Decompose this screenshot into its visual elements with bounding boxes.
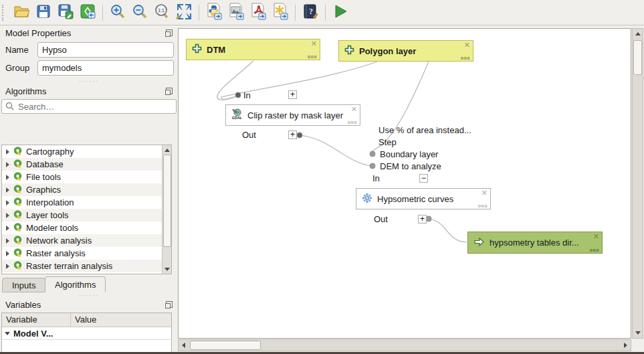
open-model-button[interactable] [11, 3, 31, 23]
socket-hypso-out[interactable] [426, 216, 431, 222]
zoom-full-button[interactable] [174, 3, 194, 23]
help-book-icon: ? [302, 3, 318, 21]
zoom-actual-size-button[interactable]: 1:1 [152, 3, 172, 23]
expand-icon[interactable] [6, 264, 9, 269]
algo-category-interpolation[interactable]: Interpolation [2, 196, 163, 209]
scroll-left-arrow[interactable] [179, 341, 189, 351]
category-label: Cartography [26, 147, 74, 157]
remove-node-icon[interactable]: ✕ [311, 40, 317, 48]
run-model-button[interactable] [330, 3, 350, 23]
algo-category-file-tools[interactable]: File tools [2, 171, 163, 183]
node-dtm[interactable]: DTM ✕ ooo [186, 39, 320, 60]
image-export-icon [227, 3, 245, 22]
algo-category-raster-analysis[interactable]: Raster analysis [2, 247, 163, 260]
node-options-dots-icon[interactable]: ooo [478, 203, 488, 209]
column-header-variable[interactable]: Variable [2, 313, 71, 327]
algo-category-database[interactable]: Database [2, 158, 163, 171]
zoom-in-button[interactable] [108, 3, 128, 23]
left-dock-area: Model Properties Name Group ······ Algor… [0, 25, 178, 354]
save-model-in-project-button[interactable] [78, 3, 98, 23]
node-title: Hypsometric curves [377, 194, 453, 204]
remove-node-icon[interactable]: ✕ [481, 189, 488, 197]
model-name-input[interactable] [37, 42, 174, 58]
panel-splitter-handle[interactable]: ······ [0, 78, 178, 84]
algo-category-cartography[interactable]: Cartography [2, 145, 163, 158]
canvas-horizontal-scrollbar[interactable] [178, 339, 631, 351]
export-as-pdf-button[interactable] [248, 3, 268, 23]
float-panel-icon[interactable] [165, 301, 173, 308]
socket-clip-in[interactable] [235, 92, 241, 98]
socket-clip-out[interactable] [297, 132, 302, 138]
algo-category-graphics[interactable]: Graphics [2, 183, 163, 196]
node-options-dots-icon[interactable]: ooo [348, 120, 357, 125]
scrollbar-thumb[interactable] [163, 155, 171, 247]
help-button[interactable]: ? [300, 3, 320, 23]
expand-icon[interactable] [6, 213, 9, 218]
save-model-as-button[interactable] [56, 3, 76, 23]
tab-inputs[interactable]: Inputs [2, 278, 45, 292]
model-group-input[interactable] [37, 60, 174, 76]
export-as-svg-button[interactable] [270, 3, 290, 23]
algo-category-raster-terrain-analysis[interactable]: Raster terrain analysis [2, 260, 163, 272]
expand-icon[interactable] [6, 187, 9, 193]
qgis-provider-icon [13, 197, 23, 209]
float-panel-icon[interactable] [165, 29, 173, 37]
expand-icon[interactable] [6, 251, 9, 256]
node-options-dots-icon[interactable]: ooo [308, 54, 317, 60]
zoom-out-button[interactable] [130, 3, 150, 23]
algo-category-layer-tools[interactable]: Layer tools [2, 209, 163, 222]
toolbar-separator [295, 5, 296, 21]
socket-dem-to-analyze[interactable] [370, 163, 375, 169]
scrollbar-thumb[interactable] [190, 341, 261, 350]
hypso-in-collapse-button[interactable]: − [419, 174, 428, 183]
connection-edges [179, 29, 631, 339]
collapse-icon[interactable] [5, 332, 10, 335]
expand-icon[interactable] [6, 226, 9, 231]
expand-icon[interactable] [6, 149, 9, 155]
scroll-down-arrow[interactable] [633, 328, 643, 338]
category-label: File tools [26, 172, 61, 182]
expand-icon[interactable] [6, 200, 9, 205]
remove-node-icon[interactable]: ✕ [464, 41, 470, 49]
column-header-value[interactable]: Value [71, 313, 100, 327]
tab-label: Algorithms [55, 280, 96, 290]
remove-node-icon[interactable]: ✕ [351, 106, 357, 113]
node-options-dots-icon[interactable]: ooo [461, 56, 470, 61]
algorithm-search-input[interactable] [1, 99, 177, 114]
float-panel-icon[interactable] [165, 88, 173, 95]
scroll-up-arrow[interactable] [163, 145, 171, 155]
expand-icon[interactable] [6, 238, 9, 244]
export-as-image-button[interactable] [226, 3, 246, 23]
scrollbar-thumb[interactable] [633, 40, 642, 75]
expand-icon[interactable] [6, 175, 9, 180]
python-export-icon [205, 3, 223, 22]
scroll-up-arrow[interactable] [633, 29, 643, 39]
save-model-button[interactable] [33, 3, 53, 23]
model-canvas[interactable]: DTM ✕ ooo Polygon layer ✕ ooo In + GDAL … [178, 28, 631, 339]
node-title: hypsometry tables dir... [490, 238, 579, 248]
expand-icon[interactable] [6, 162, 9, 167]
variables-group-row[interactable]: Model V... [2, 327, 171, 340]
toolbar: 1:1 ? [0, 0, 644, 25]
node-polygon-layer[interactable]: Polygon layer ✕ ooo [338, 40, 473, 62]
algo-category-network-analysis[interactable]: Network analysis [2, 234, 163, 247]
tab-algorithms[interactable]: Algorithms [45, 276, 106, 292]
node-clip-raster[interactable]: GDAL Clip raster by mask layer ✕ ooo [225, 104, 360, 126]
node-options-dots-icon[interactable]: ooo [590, 248, 599, 253]
tree-scrollbar[interactable] [162, 145, 171, 274]
remove-node-icon[interactable]: ✕ [593, 233, 599, 240]
scroll-down-arrow[interactable] [163, 264, 171, 274]
group-row-label: Model V... [13, 329, 53, 339]
node-title: DTM [207, 45, 225, 55]
clip-out-collapse-button[interactable]: + [288, 130, 297, 139]
scroll-right-arrow[interactable] [621, 341, 631, 351]
export-as-python-button[interactable] [204, 3, 224, 23]
node-output-hypsometry-tables[interactable]: hypsometry tables dir... ✕ ooo [467, 232, 603, 254]
socket-boundary-layer[interactable] [370, 151, 375, 157]
node-hypsometric-curves[interactable]: Hypsometric curves ✕ ooo [356, 188, 491, 209]
algo-category-modeler-tools[interactable]: Modeler tools [2, 222, 163, 234]
canvas-vertical-scrollbar[interactable] [632, 28, 643, 339]
clip-in-expand-button[interactable]: + [288, 90, 297, 99]
toolbar-drag-handle[interactable] [2, 5, 7, 21]
hypso-out-collapse-button[interactable]: + [418, 215, 427, 224]
